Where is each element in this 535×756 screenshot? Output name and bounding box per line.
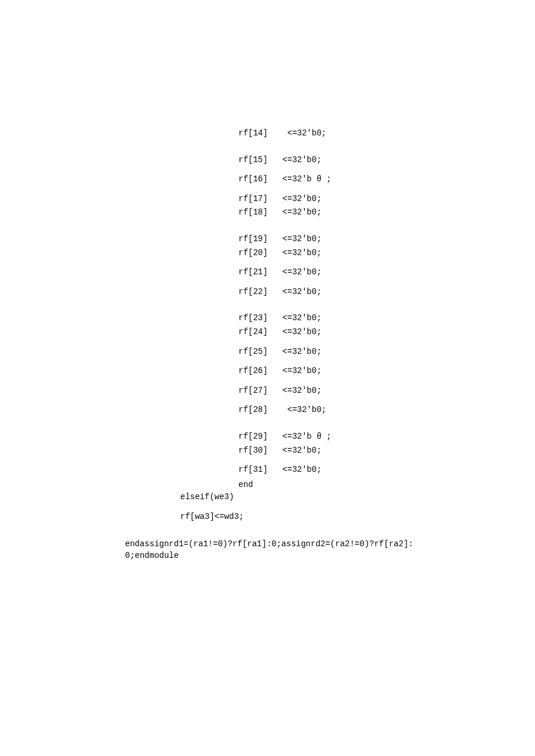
assignment-line: rf[15] <=32'b0; [238,155,535,166]
assignment-line: rf[21] <=32'b0; [238,267,535,278]
assignment-line: rf[24] <=32'b0; [238,327,535,338]
assignment-line: rf[27] <=32'b0; [238,385,535,397]
end-keyword: end [238,479,535,491]
end-text: end [238,480,253,489]
assignment-line: rf[16] <=32'b θ ; [238,174,535,185]
assignment-line: rf[18] <=32'b0; [238,207,535,218]
assignment-line: rf[19] <=32'b0; [238,234,535,245]
elseif-line: elseif(we3) [180,492,535,503]
assignment-line: rf[14] <=32'b0; [238,128,535,139]
rf-write-line: rf[wa3]<=wd3; [180,511,535,523]
assignment-line: rf[22] <=32'b0; [238,286,535,298]
assignment-line: rf[30] <=32'b0; [238,445,535,457]
assignment-line: rf[26] <=32'b0; [238,366,535,377]
assignment-line: rf[25] <=32'b0; [238,346,535,358]
assignment-block: rf[14] <=32'b0;rf[15] <=32'b0;rf[16] <=3… [238,128,535,476]
document-page: rf[14] <=32'b0;rf[15] <=32'b0;rf[16] <=3… [0,0,535,756]
assignment-line: rf[17] <=32'b0; [238,194,535,205]
assignment-line: rf[28] <=32'b0; [238,404,535,416]
end-assign-block: endassignrd1=(ra1!=0)?rf[ra1]:0;assignrd… [125,539,419,561]
assignment-line: rf[23] <=32'b0; [238,313,535,324]
assignment-line: rf[31] <=32'b0; [238,464,535,476]
assignment-line: rf[29] <=32'b θ ; [238,431,535,443]
assignment-line: rf[20] <=32'b0; [238,248,535,259]
